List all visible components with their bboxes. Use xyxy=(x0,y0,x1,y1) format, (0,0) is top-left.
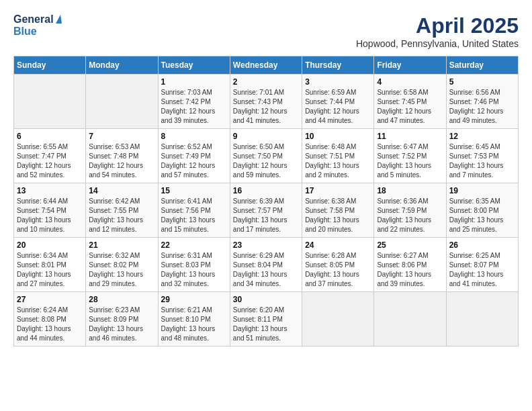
day-info: Sunrise: 6:35 AMSunset: 8:00 PMDaylight:… xyxy=(449,197,515,234)
day-number: 26 xyxy=(449,240,515,250)
column-header-saturday: Saturday xyxy=(446,56,518,75)
day-number: 23 xyxy=(233,240,299,250)
day-info: Sunrise: 6:42 AMSunset: 7:55 PMDaylight:… xyxy=(89,197,154,234)
day-info: Sunrise: 6:36 AMSunset: 7:59 PMDaylight:… xyxy=(377,197,443,234)
column-header-sunday: Sunday xyxy=(14,56,86,75)
month-title: April 2025 xyxy=(356,13,519,38)
column-header-tuesday: Tuesday xyxy=(158,56,230,75)
calendar-cell: 4Sunrise: 6:58 AMSunset: 7:45 PMDaylight… xyxy=(374,75,446,129)
day-info: Sunrise: 6:56 AMSunset: 7:46 PMDaylight:… xyxy=(449,88,515,126)
day-number: 18 xyxy=(377,186,443,195)
day-info: Sunrise: 6:29 AMSunset: 8:04 PMDaylight:… xyxy=(233,251,299,289)
calendar-cell: 14Sunrise: 6:42 AMSunset: 7:55 PMDayligh… xyxy=(86,183,158,238)
calendar-cell xyxy=(446,292,518,347)
day-info: Sunrise: 6:55 AMSunset: 7:47 PMDaylight:… xyxy=(17,142,83,180)
day-info: Sunrise: 7:01 AMSunset: 7:43 PMDaylight:… xyxy=(233,88,299,126)
logo-general: General xyxy=(13,13,54,26)
day-info: Sunrise: 6:23 AMSunset: 8:09 PMDaylight:… xyxy=(89,306,154,343)
calendar-cell: 8Sunrise: 6:52 AMSunset: 7:49 PMDaylight… xyxy=(158,129,230,183)
day-number: 2 xyxy=(233,77,299,87)
calendar-cell xyxy=(374,292,446,347)
column-header-thursday: Thursday xyxy=(302,56,374,75)
calendar-cell: 15Sunrise: 6:41 AMSunset: 7:56 PMDayligh… xyxy=(158,183,230,238)
calendar-cell: 1Sunrise: 7:03 AMSunset: 7:42 PMDaylight… xyxy=(158,75,230,129)
day-number: 6 xyxy=(17,132,83,141)
calendar-cell xyxy=(86,75,158,129)
day-number: 9 xyxy=(233,132,299,141)
day-number: 30 xyxy=(233,295,299,304)
title-block: April 2025 Hopwood, Pennsylvania, United… xyxy=(356,13,519,49)
calendar-cell: 26Sunrise: 6:25 AMSunset: 8:07 PMDayligh… xyxy=(446,238,518,292)
calendar-cell: 10Sunrise: 6:48 AMSunset: 7:51 PMDayligh… xyxy=(302,129,374,183)
day-number: 7 xyxy=(89,132,154,141)
day-info: Sunrise: 6:32 AMSunset: 8:02 PMDaylight:… xyxy=(89,251,154,289)
day-number: 13 xyxy=(17,186,83,195)
day-number: 17 xyxy=(305,186,371,195)
calendar-cell: 2Sunrise: 7:01 AMSunset: 7:43 PMDaylight… xyxy=(230,75,302,129)
day-number: 3 xyxy=(305,77,371,87)
calendar-cell: 6Sunrise: 6:55 AMSunset: 7:47 PMDaylight… xyxy=(14,129,86,183)
day-number: 21 xyxy=(89,240,154,250)
calendar-table: SundayMondayTuesdayWednesdayThursdayFrid… xyxy=(13,56,519,347)
day-info: Sunrise: 6:52 AMSunset: 7:49 PMDaylight:… xyxy=(161,142,227,180)
day-info: Sunrise: 6:31 AMSunset: 8:03 PMDaylight:… xyxy=(161,251,227,289)
calendar-cell: 25Sunrise: 6:27 AMSunset: 8:06 PMDayligh… xyxy=(374,238,446,292)
logo: General Blue xyxy=(13,13,62,37)
column-header-friday: Friday xyxy=(374,56,446,75)
page-header: General Blue April 2025 Hopwood, Pennsyl… xyxy=(13,13,519,49)
day-info: Sunrise: 6:27 AMSunset: 8:06 PMDaylight:… xyxy=(377,251,443,289)
calendar-cell: 29Sunrise: 6:21 AMSunset: 8:10 PMDayligh… xyxy=(158,292,230,347)
calendar-cell: 12Sunrise: 6:45 AMSunset: 7:53 PMDayligh… xyxy=(446,129,518,183)
week-row-5: 27Sunrise: 6:24 AMSunset: 8:08 PMDayligh… xyxy=(14,292,519,347)
calendar-cell: 18Sunrise: 6:36 AMSunset: 7:59 PMDayligh… xyxy=(374,183,446,238)
calendar-cell: 13Sunrise: 6:44 AMSunset: 7:54 PMDayligh… xyxy=(14,183,86,238)
calendar-cell: 30Sunrise: 6:20 AMSunset: 8:11 PMDayligh… xyxy=(230,292,302,347)
calendar-cell: 21Sunrise: 6:32 AMSunset: 8:02 PMDayligh… xyxy=(86,238,158,292)
calendar-cell: 9Sunrise: 6:50 AMSunset: 7:50 PMDaylight… xyxy=(230,129,302,183)
day-number: 1 xyxy=(161,77,227,87)
day-number: 24 xyxy=(305,240,371,250)
day-number: 29 xyxy=(161,295,227,304)
calendar-cell: 17Sunrise: 6:38 AMSunset: 7:58 PMDayligh… xyxy=(302,183,374,238)
calendar-cell: 5Sunrise: 6:56 AMSunset: 7:46 PMDaylight… xyxy=(446,75,518,129)
location: Hopwood, Pennsylvania, United States xyxy=(356,38,519,49)
logo-blue: Blue xyxy=(13,26,62,38)
day-info: Sunrise: 6:53 AMSunset: 7:48 PMDaylight:… xyxy=(89,142,154,180)
calendar-cell: 23Sunrise: 6:29 AMSunset: 8:04 PMDayligh… xyxy=(230,238,302,292)
day-info: Sunrise: 6:50 AMSunset: 7:50 PMDaylight:… xyxy=(233,142,299,180)
week-row-3: 13Sunrise: 6:44 AMSunset: 7:54 PMDayligh… xyxy=(14,183,519,238)
day-number: 14 xyxy=(89,186,154,195)
day-info: Sunrise: 6:39 AMSunset: 7:57 PMDaylight:… xyxy=(233,197,299,234)
calendar-cell: 20Sunrise: 6:34 AMSunset: 8:01 PMDayligh… xyxy=(14,238,86,292)
calendar-cell: 19Sunrise: 6:35 AMSunset: 8:00 PMDayligh… xyxy=(446,183,518,238)
day-number: 5 xyxy=(449,77,515,87)
day-info: Sunrise: 6:41 AMSunset: 7:56 PMDaylight:… xyxy=(161,197,227,234)
day-number: 4 xyxy=(377,77,443,87)
week-row-2: 6Sunrise: 6:55 AMSunset: 7:47 PMDaylight… xyxy=(14,129,519,183)
day-number: 25 xyxy=(377,240,443,250)
day-number: 12 xyxy=(449,132,515,141)
day-info: Sunrise: 6:28 AMSunset: 8:05 PMDaylight:… xyxy=(305,251,371,289)
calendar-cell: 28Sunrise: 6:23 AMSunset: 8:09 PMDayligh… xyxy=(86,292,158,347)
day-number: 11 xyxy=(377,132,443,141)
day-info: Sunrise: 6:58 AMSunset: 7:45 PMDaylight:… xyxy=(377,88,443,126)
day-info: Sunrise: 6:21 AMSunset: 8:10 PMDaylight:… xyxy=(161,306,227,343)
calendar-cell xyxy=(302,292,374,347)
day-number: 19 xyxy=(449,186,515,195)
calendar-cell: 7Sunrise: 6:53 AMSunset: 7:48 PMDaylight… xyxy=(86,129,158,183)
column-header-monday: Monday xyxy=(86,56,158,75)
day-info: Sunrise: 6:38 AMSunset: 7:58 PMDaylight:… xyxy=(305,197,371,234)
day-info: Sunrise: 6:20 AMSunset: 8:11 PMDaylight:… xyxy=(233,306,299,343)
day-number: 15 xyxy=(161,186,227,195)
day-info: Sunrise: 6:59 AMSunset: 7:44 PMDaylight:… xyxy=(305,88,371,126)
day-info: Sunrise: 6:34 AMSunset: 8:01 PMDaylight:… xyxy=(17,251,83,289)
calendar-cell: 3Sunrise: 6:59 AMSunset: 7:44 PMDaylight… xyxy=(302,75,374,129)
week-row-1: 1Sunrise: 7:03 AMSunset: 7:42 PMDaylight… xyxy=(14,75,519,129)
day-info: Sunrise: 6:44 AMSunset: 7:54 PMDaylight:… xyxy=(17,197,83,234)
day-info: Sunrise: 6:25 AMSunset: 8:07 PMDaylight:… xyxy=(449,251,515,289)
day-info: Sunrise: 6:45 AMSunset: 7:53 PMDaylight:… xyxy=(449,142,515,180)
column-header-wednesday: Wednesday xyxy=(230,56,302,75)
week-row-4: 20Sunrise: 6:34 AMSunset: 8:01 PMDayligh… xyxy=(14,238,519,292)
day-number: 20 xyxy=(17,240,83,250)
day-info: Sunrise: 6:48 AMSunset: 7:51 PMDaylight:… xyxy=(305,142,371,180)
